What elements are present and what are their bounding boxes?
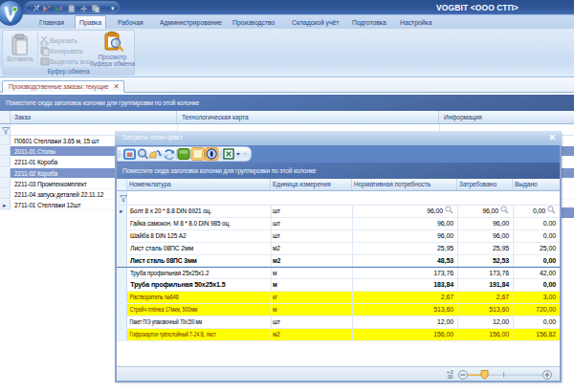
svg-text:.00: .00 — [447, 375, 453, 380]
